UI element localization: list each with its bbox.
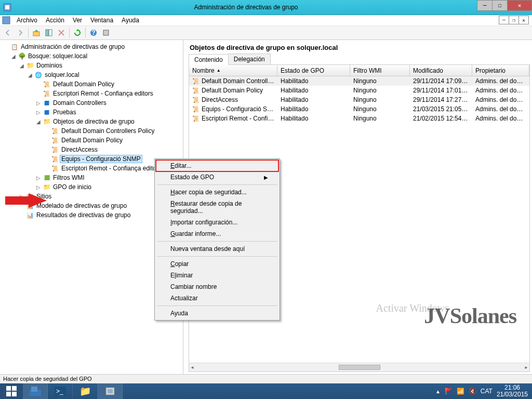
- help-button[interactable]: ?: [88, 27, 99, 38]
- taskbar-gpmc[interactable]: [98, 383, 123, 399]
- svg-text:?: ?: [91, 29, 95, 36]
- menu-separator: [157, 184, 277, 185]
- tree-gpo-1[interactable]: Default Domain Policy: [1, 136, 183, 145]
- svg-rect-8: [103, 30, 109, 35]
- col-propietario[interactable]: Propietario: [472, 65, 529, 76]
- up-button[interactable]: [31, 27, 42, 38]
- menu-ver[interactable]: Ver: [69, 16, 86, 25]
- tree-root[interactable]: Administración de directivas de grupo: [1, 42, 183, 51]
- gpo-icon: [51, 136, 59, 144]
- gpo-link-icon: [43, 89, 51, 98]
- context-menu-item[interactable]: Ayuda: [156, 308, 278, 319]
- context-menu-item[interactable]: Hacer copia de seguridad...: [156, 187, 278, 198]
- table-row[interactable]: Default Domain PolicyHabilitadoNinguno29…: [189, 86, 529, 95]
- tray-clock[interactable]: 21:06 21/03/2015: [497, 384, 528, 398]
- tray-chevron-icon[interactable]: ▲: [435, 389, 441, 394]
- tree-ou-0[interactable]: ▷Domain Controllers: [1, 98, 183, 108]
- gpo-icon: [51, 155, 59, 163]
- svg-rect-2: [3, 17, 10, 24]
- context-menu-item[interactable]: Actualizar: [156, 292, 278, 304]
- svg-rect-19: [108, 389, 113, 393]
- menu-archivo[interactable]: Archivo: [12, 16, 42, 25]
- tree-gpolink-1[interactable]: Escriptori Remot - Confiança editors: [1, 89, 183, 98]
- refresh-button[interactable]: [72, 27, 83, 38]
- show-hide-tree-button[interactable]: [43, 27, 55, 38]
- menu-ayuda[interactable]: Ayuda: [117, 16, 143, 25]
- context-menu-item[interactable]: Nueva ventana desde aquí: [156, 243, 278, 255]
- window-title: Administración de directivas de grupo: [15, 4, 477, 11]
- gpo-icon: [51, 127, 59, 135]
- table-row[interactable]: DirectAccessHabilitadoNinguno29/11/2014 …: [189, 95, 529, 104]
- table-row[interactable]: Default Domain Controllers Po...Habilita…: [189, 76, 529, 86]
- mdi-close-button[interactable]: ✕: [518, 16, 529, 24]
- gpo-icon: [51, 164, 59, 172]
- context-menu-item[interactable]: Restaurar desde copia de seguridad...: [156, 198, 278, 217]
- col-estado[interactable]: Estado de GPO: [277, 65, 350, 76]
- toolbar: ?: [0, 26, 532, 40]
- options-button[interactable]: [100, 27, 112, 38]
- toolbar-sep: [28, 28, 29, 38]
- menu-separator: [157, 256, 277, 257]
- results-icon: [26, 211, 34, 219]
- delete-button[interactable]: [56, 27, 67, 38]
- table-row[interactable]: Escriptori Remot - Confiança ...Habilita…: [189, 114, 529, 123]
- tree-gpolink-0[interactable]: Default Domain Policy: [1, 79, 183, 89]
- close-button[interactable]: ✕: [507, 0, 532, 11]
- col-wmi[interactable]: Filtro WMI: [350, 65, 410, 76]
- svg-rect-13: [12, 392, 17, 396]
- col-nombre[interactable]: Nombre▲: [189, 65, 277, 76]
- tab-delegacion[interactable]: Delegación: [228, 54, 271, 64]
- back-button[interactable]: [2, 27, 14, 38]
- mdi-restore-button[interactable]: ❐: [509, 16, 519, 24]
- context-menu-item[interactable]: Guardar informe...: [156, 228, 278, 240]
- tree-gpo-2[interactable]: DirectAccess: [1, 145, 183, 154]
- menu-accion[interactable]: Acción: [42, 16, 69, 25]
- tray-flag-icon[interactable]: 🚩: [445, 388, 453, 395]
- statusbar: Hacer copia de seguridad del GPO: [0, 374, 532, 383]
- tree-forest[interactable]: ◢🌳Bosque: solquer.local: [1, 51, 183, 61]
- context-menu-item[interactable]: Editar...: [156, 160, 278, 171]
- start-button[interactable]: [0, 383, 23, 399]
- starter-icon: [43, 183, 51, 191]
- mdi-minimize-button[interactable]: ─: [499, 16, 509, 24]
- context-menu-item[interactable]: Copiar: [156, 258, 278, 270]
- tray-language[interactable]: CAT: [481, 388, 493, 395]
- scrollbar-thumb[interactable]: [339, 365, 380, 370]
- horizontal-scrollbar[interactable]: [189, 363, 529, 371]
- tree-gpo-0[interactable]: Default Domain Controllers Policy: [1, 126, 183, 136]
- tray-sound-icon[interactable]: 🔇: [469, 388, 476, 395]
- taskbar-powershell[interactable]: >_: [48, 383, 73, 399]
- toolbar-sep-3: [85, 28, 86, 38]
- forward-button[interactable]: [15, 27, 26, 38]
- taskbar: >_ 📁 ▲ 🚩 📶 🔇 CAT 21:06 21/03/2015: [0, 383, 532, 399]
- taskbar-server-manager[interactable]: [23, 383, 48, 399]
- context-menu: Editar...Estado de GPO▶Hacer copia de se…: [154, 158, 280, 321]
- tree-domains[interactable]: ◢Dominios: [1, 61, 183, 70]
- menu-ventana[interactable]: Ventana: [86, 16, 117, 25]
- svg-rect-11: [12, 386, 17, 391]
- svg-rect-4: [46, 30, 48, 36]
- tree-domain[interactable]: ◢solquer.local: [1, 70, 183, 79]
- maximize-button[interactable]: ☐: [492, 0, 508, 11]
- tab-contenido[interactable]: Contenido: [189, 54, 229, 65]
- wmi-icon: [43, 174, 51, 182]
- forest-icon: 🌳: [18, 52, 26, 60]
- tree-ou-1[interactable]: ▷Pruebas: [1, 108, 183, 117]
- tray-network-icon[interactable]: 📶: [457, 388, 464, 395]
- col-modificado[interactable]: Modificado: [410, 65, 472, 76]
- svg-rect-1: [5, 5, 9, 9]
- table-row[interactable]: Equips - Configuració SNMPHabilitadoNing…: [189, 104, 529, 114]
- context-menu-item[interactable]: Cambiar nombre: [156, 281, 278, 292]
- taskbar-explorer[interactable]: 📁: [73, 383, 98, 399]
- sort-asc-icon: ▲: [217, 68, 221, 73]
- context-menu-item[interactable]: Estado de GPO▶: [156, 171, 278, 183]
- red-arrow-overlay: [5, 193, 47, 209]
- context-menu-item[interactable]: Eliminar: [156, 270, 278, 281]
- titlebar: Administración de directivas de grupo ─ …: [0, 0, 532, 15]
- context-menu-item[interactable]: Importar configuración...: [156, 217, 278, 228]
- minimize-button[interactable]: ─: [477, 0, 493, 11]
- menubar: Archivo Acción Ver Ventana Ayuda: [0, 15, 532, 26]
- tree-gpo-container[interactable]: ◢Objetos de directiva de grupo: [1, 117, 183, 126]
- grid-body: Default Domain Controllers Po...Habilita…: [189, 76, 529, 123]
- svg-text:>_: >_: [56, 388, 63, 395]
